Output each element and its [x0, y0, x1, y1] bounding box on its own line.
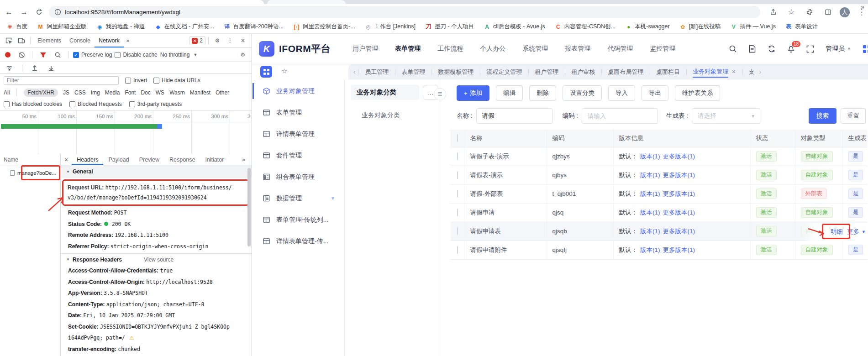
bookmarks-overflow-icon[interactable]: » — [861, 0, 864, 14]
action-button[interactable]: 设置分类 — [563, 85, 602, 101]
record-icon[interactable] — [5, 52, 11, 58]
nav-item[interactable]: 系统管理 — [522, 45, 548, 53]
detail-scrollbar[interactable] — [247, 166, 251, 344]
bookmark-star-icon[interactable]: ☆ — [785, 6, 798, 19]
row-checkbox[interactable] — [457, 152, 458, 160]
nav-item[interactable]: 工作流程 — [437, 45, 463, 53]
nav-item[interactable]: 用户管理 — [352, 45, 378, 53]
page-tab-partial[interactable]: 支 — [742, 64, 756, 79]
category-tree-item[interactable]: 业务对象分类 — [362, 111, 400, 120]
fullscreen-icon[interactable] — [806, 45, 814, 53]
devtools-tab[interactable]: Console — [65, 34, 95, 47]
tabs-scroll-right-icon[interactable]: › — [756, 68, 764, 75]
filter-chip[interactable]: Media — [105, 89, 120, 96]
scrollbar-thumb[interactable] — [247, 168, 251, 246]
detail-tab[interactable]: Preview — [134, 154, 164, 165]
page-tab[interactable]: 桌面布局管理 — [601, 64, 650, 79]
gen-table-select[interactable]: 请选择 ▼ — [692, 108, 760, 124]
action-button[interactable]: + 添加 — [457, 85, 489, 101]
more-versions-link[interactable]: 更多版本(1) — [663, 172, 695, 178]
response-headers-section-header[interactable]: ▼ Response Headers View source — [61, 253, 252, 265]
name-column-header[interactable]: Name — [0, 154, 60, 165]
export-har-icon[interactable] — [45, 63, 57, 73]
bookmark-item[interactable]: ◎ 工作台 [Jenkins] — [365, 23, 416, 31]
hide-data-urls-checkbox[interactable]: Hide data URLs — [153, 77, 200, 84]
network-filter-input[interactable] — [4, 76, 119, 85]
more-versions-link[interactable]: 更多版本(1) — [663, 246, 695, 253]
more-versions-link[interactable]: 更多版本(1) — [663, 190, 695, 197]
version-link[interactable]: 版本(1) — [640, 228, 660, 235]
filter-chip-all[interactable]: All — [4, 89, 10, 96]
bookmark-item[interactable]: A cli后台模板 - Avue.js — [484, 23, 545, 31]
filter-chip[interactable]: CSS — [74, 89, 86, 96]
action-button[interactable]: 导出 — [642, 85, 668, 101]
version-link[interactable]: 版本(1) — [640, 209, 660, 216]
bookmark-item[interactable]: M 阿里邮箱企业版 — [37, 23, 87, 31]
more-tabs-icon[interactable]: » — [125, 37, 132, 44]
network-conditions-icon[interactable] — [4, 63, 16, 73]
page-tab[interactable]: 流程定义管理 — [480, 64, 528, 79]
select-all-checkbox[interactable] — [457, 134, 458, 142]
table-row[interactable]: 请假子表-演示 qjzbys 默认：版本(1)更多版本(1) 激活 自建对象 是 — [451, 147, 867, 166]
bookmark-item[interactable]: ● 本机-swagger — [625, 23, 669, 31]
timeline-overview[interactable] — [0, 122, 252, 154]
network-settings-icon[interactable]: ⚙ — [237, 49, 249, 60]
row-checkbox[interactable] — [457, 246, 458, 254]
detail-tab[interactable]: Payload — [103, 154, 134, 165]
forward-icon[interactable]: → — [18, 6, 30, 19]
row-checkbox[interactable] — [457, 190, 458, 198]
sidebar-item-form-classic[interactable]: 表单管理-传统列... — [253, 209, 344, 230]
more-link[interactable]: 更多 — [847, 228, 859, 236]
filter-icon[interactable] — [37, 49, 49, 60]
nav-item[interactable]: 表单管理 — [395, 45, 421, 53]
page-tab[interactable]: 数据模板管理 — [431, 64, 480, 79]
page-tab[interactable]: 桌面栏目 — [650, 64, 686, 79]
bookmark-item[interactable]: [-] 阿里云控制台首页-... — [293, 23, 355, 31]
invert-checkbox[interactable]: Invert — [125, 77, 147, 84]
close-detail-icon[interactable]: × — [61, 156, 72, 163]
disable-cache-checkbox[interactable]: Disable cache — [115, 52, 157, 58]
collapse-panel-icon[interactable]: ☰ — [434, 88, 446, 100]
sidebar-item-data[interactable]: 数据管理 ▼ — [253, 188, 344, 209]
category-title[interactable]: 业务对象分类 — [351, 85, 419, 100]
bookmark-item[interactable]: 译 百度翻译-200种语... — [224, 23, 284, 31]
filter-chip[interactable]: Manifest — [190, 89, 210, 96]
bookmark-item[interactable]: ❋ 百度 — [6, 23, 27, 31]
page-tab[interactable]: 员工管理 — [358, 64, 395, 79]
page-tab[interactable]: 租户管理 — [528, 64, 565, 79]
extension-icon[interactable] — [803, 6, 816, 19]
filter-chip[interactable]: Other — [216, 89, 229, 96]
page-tab[interactable]: 租户审核 — [565, 64, 601, 79]
row-checkbox[interactable] — [457, 171, 458, 179]
console-error-badge[interactable]: ✕ 2 — [189, 36, 205, 45]
reset-button[interactable]: 重置 — [841, 108, 866, 124]
more-versions-link[interactable]: 更多版本(1) — [663, 153, 695, 160]
request-filter-checkbox[interactable]: Blocked Requests — [69, 101, 122, 107]
tab-close-icon[interactable]: ✕ — [731, 69, 736, 75]
search-button[interactable]: 搜索 — [809, 108, 836, 124]
devtools-close-icon[interactable]: ✕ — [237, 35, 249, 46]
module-grid-button[interactable] — [260, 66, 272, 78]
detail-tab[interactable]: Response — [164, 154, 200, 165]
device-toolbar-icon[interactable] — [16, 35, 27, 46]
tabs-scroll-left-icon[interactable]: ‹ — [350, 68, 358, 75]
import-har-icon[interactable] — [29, 63, 41, 73]
filter-chip[interactable]: Fetch/XHR — [24, 89, 58, 97]
bookmark-item[interactable]: ✿ [新]在线投稿 — [679, 23, 721, 31]
cookie-warning-icon[interactable]: ⚠ — [129, 335, 134, 341]
search-icon[interactable] — [52, 49, 63, 60]
notification-bell-icon[interactable]: 18 — [787, 45, 795, 53]
bookmark-item[interactable]: ◆ 在线文档 - 广州安... — [155, 23, 214, 31]
action-button[interactable]: 编辑 — [496, 85, 523, 101]
page-tab[interactable]: 业务对象管理 ✕ — [686, 64, 742, 79]
detail-more-tabs-icon[interactable]: » — [240, 157, 252, 163]
row-checkbox[interactable] — [457, 227, 458, 235]
detail-tab[interactable]: Initiator — [200, 154, 229, 165]
sidebar-item-business-object[interactable]: 业务对象管理 — [253, 80, 344, 102]
nav-item[interactable]: 代码管理 — [607, 45, 633, 53]
version-link[interactable]: 版本(1) — [640, 153, 660, 160]
url-bar[interactable]: localhost:9528/#/formManagement/ywdxgl — [49, 6, 760, 18]
bookmark-item[interactable]: 表 表单设计 — [785, 23, 818, 31]
share-icon[interactable] — [767, 6, 779, 19]
sidebar-item-detail-form[interactable]: 详情表单管理 — [253, 123, 344, 145]
